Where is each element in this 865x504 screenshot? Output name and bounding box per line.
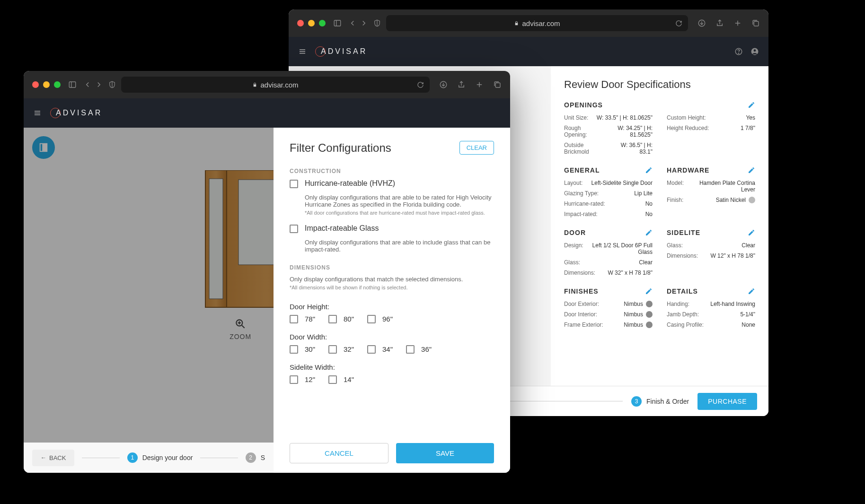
- label-door-height: Door Height:: [290, 303, 494, 311]
- reload-icon[interactable]: [417, 81, 424, 88]
- nav-back-icon[interactable]: [348, 19, 357, 27]
- checkbox-sidelite-14[interactable]: 14": [328, 375, 354, 384]
- new-tab-icon[interactable]: [475, 80, 484, 89]
- browser-titlebar: advisar.com: [289, 9, 768, 37]
- checkbox-width-34[interactable]: 34": [367, 345, 393, 354]
- brand-logo[interactable]: ADVISAR: [50, 108, 102, 118]
- checkbox-width-30[interactable]: 30": [290, 345, 315, 354]
- share-icon[interactable]: [715, 19, 724, 27]
- checkbox-icon[interactable]: [328, 375, 337, 384]
- step-design[interactable]: 1Design your door: [127, 452, 193, 463]
- filter-title: Filter Configurations: [290, 141, 391, 155]
- spec-panel: Review Door Specifications OPENINGS Unit…: [551, 66, 768, 386]
- section-construction: CONSTRUCTION: [290, 168, 494, 174]
- save-button[interactable]: SAVE: [396, 443, 494, 463]
- sidebar-toggle-icon[interactable]: [333, 19, 342, 27]
- section-door: DOOR: [564, 229, 586, 236]
- lock-icon: [252, 82, 257, 87]
- checkbox-icon[interactable]: [290, 375, 298, 384]
- finish-swatch: [646, 301, 653, 307]
- app-header: ADVISAR: [24, 98, 510, 128]
- account-icon[interactable]: [750, 47, 759, 56]
- checkbox-icon[interactable]: [290, 345, 298, 354]
- finish-swatch: [646, 322, 653, 328]
- design-content: ZOOM RESET ←BACK 1Design your door 2S Fi…: [24, 128, 510, 473]
- finish-swatch: [749, 197, 755, 203]
- step-finish-order[interactable]: 3 Finish & Order: [631, 396, 689, 407]
- maximize-icon[interactable]: [54, 81, 61, 88]
- section-hardware: HARDWARE: [667, 166, 709, 174]
- close-icon[interactable]: [32, 81, 39, 88]
- traffic-lights: [297, 20, 326, 26]
- svg-rect-7: [754, 21, 759, 26]
- reload-icon[interactable]: [675, 20, 682, 27]
- minimize-icon[interactable]: [308, 20, 315, 26]
- url-bar[interactable]: advisar.com: [121, 77, 430, 93]
- edit-icon[interactable]: [748, 101, 755, 109]
- nav-forward-icon[interactable]: [360, 19, 368, 27]
- checkbox-sidelite-12[interactable]: 12": [290, 375, 315, 384]
- help-icon[interactable]: [734, 47, 743, 56]
- filter-panel: Filter Configurations CLEAR CONSTRUCTION…: [274, 128, 510, 473]
- download-icon[interactable]: [439, 80, 448, 89]
- url-text: advisar.com: [260, 81, 298, 89]
- filter-window: advisar.com ADVISAR: [24, 71, 510, 473]
- checkbox-icon[interactable]: [328, 345, 337, 354]
- nav-forward-icon[interactable]: [95, 80, 103, 89]
- checkbox-icon[interactable]: [290, 225, 298, 233]
- spec-title: Review Door Specifications: [564, 78, 755, 91]
- edit-icon[interactable]: [645, 166, 653, 174]
- maximize-icon[interactable]: [319, 20, 326, 26]
- close-icon[interactable]: [297, 20, 304, 26]
- back-button[interactable]: ←BACK: [32, 450, 74, 466]
- cancel-button[interactable]: CANCEL: [290, 443, 388, 463]
- url-bar[interactable]: advisar.com: [386, 15, 688, 31]
- checkbox-impact[interactable]: Impact-rateable Glass: [290, 224, 494, 233]
- minimize-icon[interactable]: [43, 81, 50, 88]
- section-openings: OPENINGS: [564, 101, 603, 109]
- checkbox-hurricane[interactable]: Hurricane-rateable (HVHZ): [290, 179, 494, 188]
- checkbox-height-80[interactable]: 80": [328, 314, 354, 323]
- checkbox-icon[interactable]: [328, 315, 337, 323]
- menu-icon[interactable]: [33, 109, 42, 117]
- edit-icon[interactable]: [645, 229, 653, 236]
- edit-icon[interactable]: [748, 229, 755, 236]
- nav-back-icon[interactable]: [83, 80, 92, 89]
- download-icon[interactable]: [697, 19, 706, 27]
- checkbox-icon[interactable]: [406, 345, 415, 354]
- edit-icon[interactable]: [748, 166, 755, 174]
- app-header: ADVISAR: [289, 37, 768, 66]
- checkbox-width-32[interactable]: 32": [328, 345, 354, 354]
- menu-icon[interactable]: [298, 47, 307, 56]
- new-tab-icon[interactable]: [733, 19, 742, 27]
- label-sidelite-width: Sidelite Width:: [290, 363, 494, 371]
- svg-rect-0: [334, 20, 341, 26]
- checkbox-height-78[interactable]: 78": [290, 314, 315, 323]
- share-icon[interactable]: [457, 80, 466, 89]
- brand-logo[interactable]: ADVISAR: [315, 46, 367, 57]
- checkbox-icon[interactable]: [290, 180, 298, 188]
- shield-icon[interactable]: [108, 80, 116, 89]
- clear-button[interactable]: CLEAR: [459, 141, 494, 155]
- section-sidelite: SIDELITE: [667, 229, 700, 236]
- tabs-icon[interactable]: [751, 19, 760, 27]
- svg-point-12: [738, 53, 739, 53]
- checkbox-icon[interactable]: [290, 315, 298, 323]
- shield-icon[interactable]: [373, 19, 381, 27]
- edit-icon[interactable]: [748, 287, 755, 295]
- step-2[interactable]: 2S: [246, 452, 265, 463]
- label-door-width: Door Width:: [290, 333, 494, 341]
- tabs-icon[interactable]: [493, 80, 502, 89]
- checkbox-width-36[interactable]: 36": [406, 345, 432, 354]
- stepper-bar: ←BACK 1Design your door 2S: [24, 443, 274, 473]
- section-details: DETAILS: [667, 287, 698, 295]
- section-general: GENERAL: [564, 166, 600, 174]
- checkbox-icon[interactable]: [367, 315, 376, 323]
- openings-left: Unit Size:W: 33.5" | H: 81.0625" Rough O…: [564, 113, 653, 157]
- checkbox-height-96[interactable]: 96": [367, 314, 393, 323]
- purchase-button[interactable]: PURCHASE: [697, 393, 757, 410]
- edit-icon[interactable]: [645, 287, 653, 295]
- sidebar-toggle-icon[interactable]: [68, 80, 77, 89]
- lock-icon: [514, 21, 519, 26]
- checkbox-icon[interactable]: [367, 345, 376, 354]
